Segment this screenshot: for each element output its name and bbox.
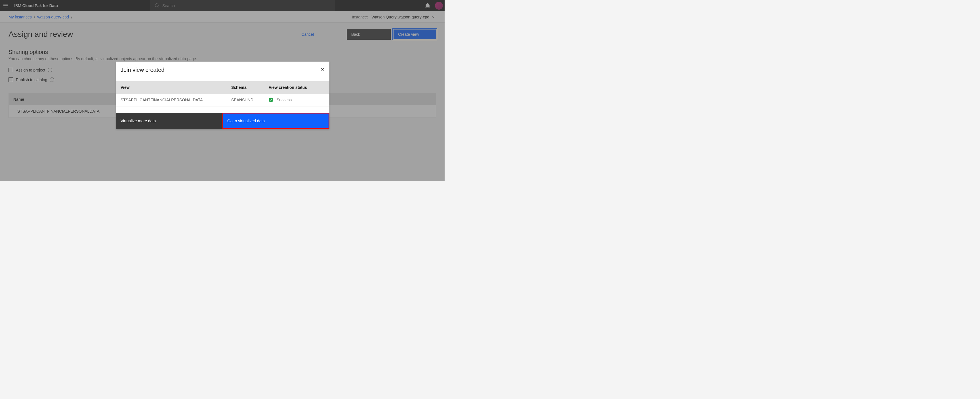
col-header-schema: Schema [231, 85, 269, 90]
col-header-view: View [121, 85, 231, 90]
cell-view: STSAPPLICANTFINANCIALPERSONALDATA [121, 98, 231, 102]
modal-footer: Virtualize more data Go to virtualized d… [116, 113, 329, 129]
modal-title: Join view created [121, 67, 165, 73]
modal-header: Join view created ✕ [116, 62, 329, 81]
join-view-modal: Join view created ✕ View Schema View cre… [116, 62, 329, 129]
go-virtualized-data-button[interactable]: Go to virtualized data [223, 113, 329, 129]
virtualize-more-button[interactable]: Virtualize more data [116, 113, 223, 129]
close-icon[interactable]: ✕ [320, 67, 325, 72]
modal-table-row: STSAPPLICANTFINANCIALPERSONALDATA SEANSU… [116, 94, 329, 107]
status-text: Success [277, 98, 292, 102]
modal-table-header: View Schema View creation status [116, 81, 329, 94]
cell-schema: SEANSUND [231, 98, 269, 102]
success-check-icon [269, 98, 273, 102]
col-header-status: View creation status [269, 85, 325, 90]
cell-status: Success [269, 98, 325, 102]
